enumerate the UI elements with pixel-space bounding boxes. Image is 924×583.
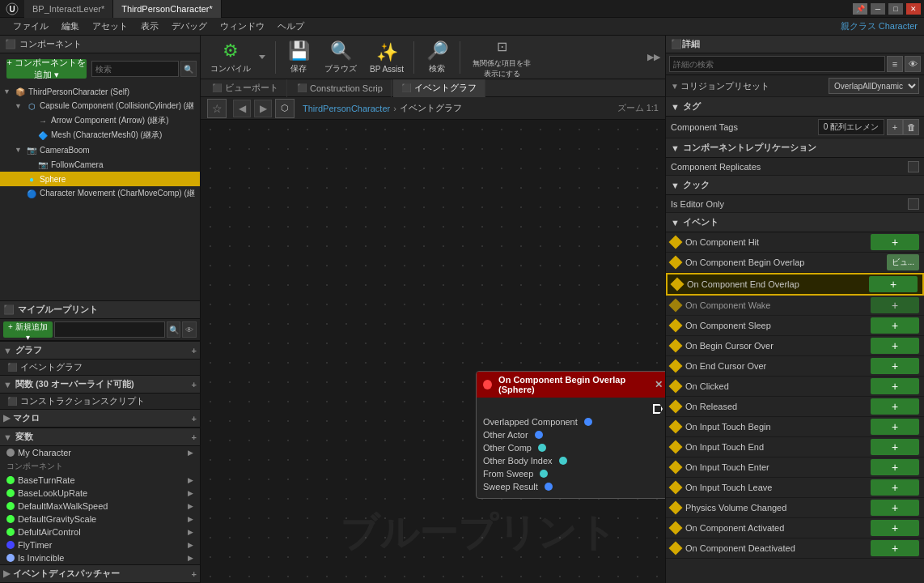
bpassist-button[interactable]: ✨ BP Assist [365, 40, 409, 75]
hide-button[interactable]: ⊡ 無関係な項目を非表示にする [465, 33, 538, 81]
replication-section-header[interactable]: ▼ コンポーネントレプリケーション [666, 138, 924, 158]
event-label-begin-overlap: On Component Begin Overlap [685, 257, 887, 267]
construction-label: コンストラクションスクリプト [20, 395, 145, 407]
tree-item-sphere[interactable]: ▶ ● Sphere [0, 172, 200, 186]
eventdispatchers-header[interactable]: ▶ イベントディスパッチャー + [0, 564, 200, 583]
mybp-search-button[interactable]: 🔍 [167, 321, 181, 338]
tags-del-btn[interactable]: 🗑 [903, 119, 919, 135]
var-defaultgravityscale[interactable]: DefaultGravityScale ▶ [0, 513, 200, 526]
tree-item-followcam[interactable]: ▶ 📷 FollowCamera [0, 157, 200, 172]
event-add-physics-volume-btn[interactable]: + [871, 500, 919, 516]
save-button[interactable]: 💾 保存 [281, 38, 316, 76]
breadcrumb-back-button[interactable]: ◀ [233, 100, 251, 117]
search-button[interactable]: 🔎 検索 [419, 38, 455, 76]
functions-add-icon[interactable]: + [192, 380, 197, 389]
graphs-add-icon[interactable]: + [192, 346, 197, 355]
event-add-end-cursor-btn[interactable]: + [871, 358, 919, 374]
graphs-header[interactable]: ▼ グラフ + [0, 341, 200, 360]
event-graph-item[interactable]: ⬛ イベントグラフ [0, 360, 200, 375]
menu-file[interactable]: ファイル [6, 18, 55, 36]
event-add-input-touch-begin-btn[interactable]: + [871, 419, 919, 435]
browse-button[interactable]: 🔍 ブラウズ [320, 38, 362, 76]
event-add-begin-cursor-btn[interactable]: + [871, 338, 919, 354]
tree-item-capsule[interactable]: ▼ ⬡ Capsule Component (CollisionCylinder… [0, 99, 200, 113]
menu-edit[interactable]: 編集 [55, 18, 86, 36]
bp-node-close-btn[interactable]: ✕ [655, 379, 663, 390]
tab-construction[interactable]: ⬛ Construction Scrip [289, 79, 392, 97]
maximize-btn[interactable]: □ [888, 3, 903, 15]
details-search-input[interactable] [669, 56, 885, 72]
mybp-header[interactable]: ⬛ マイブループリント [0, 300, 200, 319]
compile-button[interactable]: ⚙ コンパイル [206, 38, 256, 76]
close-btn[interactable]: ✕ [906, 3, 921, 15]
functions-header[interactable]: ▼ 関数 (30 オーバーライド可能) + [0, 375, 200, 394]
mybp-search-input[interactable] [54, 321, 165, 338]
tree-item-mesh[interactable]: ▶ 🔷 Mesh (CharacterMesh0) (継承) [0, 128, 200, 143]
menu-debug[interactable]: デバッグ [165, 18, 214, 36]
event-add-input-touch-end-btn[interactable]: + [871, 439, 919, 455]
event-view-begin-overlap-btn[interactable]: ビュ... [887, 254, 919, 270]
right-panel: ⬛ 詳細 ≡ 👁 ▼ コリジョンプリセット OverlapAllDynamic … [665, 36, 924, 583]
event-row-begin-cursor: On Begin Cursor Over + [666, 336, 924, 356]
var-defultaircontrol[interactable]: DefultAirControl ▶ [0, 526, 200, 538]
macros-header[interactable]: ▶ マクロ + [0, 409, 200, 428]
compile-dropdown[interactable] [259, 55, 270, 59]
tree-item-arrow[interactable]: ▶ → Arrow Component (Arrow) (継承) [0, 113, 200, 128]
tree-item-cameraboom[interactable]: ▼ 📷 CameraBoom [0, 143, 200, 157]
event-add-component-deactivated-btn[interactable]: + [871, 540, 919, 556]
tree-item-self[interactable]: ▼ 📦 ThirdPersonCharacter (Self) [0, 84, 200, 99]
var-defaultmaxwalkspeed[interactable]: DefaultMaxWalkSpeed ▶ [0, 500, 200, 513]
event-add-input-touch-enter-btn[interactable]: + [871, 459, 919, 475]
event-add-input-touch-leave-btn[interactable]: + [871, 479, 919, 496]
toolbar-more-button[interactable]: ▶▶ [647, 41, 660, 74]
details-eye-btn[interactable]: 👁 [905, 56, 921, 72]
menu-help[interactable]: ヘルプ [271, 18, 311, 36]
breadcrumb-character[interactable]: ThirdPersonCharacter [303, 104, 390, 113]
event-add-end-overlap-btn[interactable]: + [869, 276, 918, 292]
var-baseturnrate[interactable]: BaseTurnRate ▶ [0, 474, 200, 487]
cook-section-header[interactable]: ▼ クック [666, 176, 924, 195]
add-new-button[interactable]: + 新規追加 ▾ [3, 321, 53, 338]
add-component-button[interactable]: + コンポーネントを追加 ▾ [6, 59, 87, 79]
event-add-hit-btn[interactable]: + [871, 234, 919, 250]
editor-only-checkbox[interactable] [908, 198, 919, 210]
event-add-clicked-btn[interactable]: + [871, 378, 919, 394]
replication-checkbox[interactable] [908, 161, 919, 172]
mybp-eye-button[interactable]: 👁 [182, 321, 197, 338]
menu-asset[interactable]: アセット [86, 18, 134, 36]
component-search-button[interactable]: 🔍 [180, 61, 197, 77]
pin-icon[interactable]: 📌 [853, 3, 867, 15]
menu-window[interactable]: ウィンドウ [214, 18, 271, 36]
menu-view[interactable]: 表示 [134, 18, 165, 36]
minimize-btn[interactable]: ─ [871, 3, 885, 15]
variables-add-icon[interactable]: + [192, 432, 197, 442]
event-add-sleep-btn[interactable]: + [871, 317, 919, 334]
tab-event-graph[interactable]: ⬛ イベントグラフ [393, 79, 485, 97]
var-mycharacter[interactable]: My Character ▶ [0, 446, 200, 459]
construction-script-item[interactable]: ⬛ コンストラクションスクリプト [0, 394, 200, 409]
tags-add-btn[interactable]: + [887, 119, 903, 135]
parent-class-value[interactable]: Character [879, 21, 918, 31]
component-search-input[interactable] [91, 61, 180, 77]
var-isinvincible[interactable]: Is Invincible ▶ [0, 551, 200, 564]
var-flytimer[interactable]: FlyTimer ▶ [0, 538, 200, 551]
events-section-header[interactable]: ▼ イベント [666, 213, 924, 232]
details-grid-view-btn[interactable]: ≡ [887, 56, 903, 72]
tags-section-header[interactable]: ▼ タグ [666, 97, 924, 117]
tab-viewport[interactable]: ⬛ ビューポート [204, 79, 287, 97]
collision-collapse[interactable]: ▼ [671, 82, 679, 91]
bookmark-button[interactable]: ☆ [207, 99, 227, 118]
blueprint-canvas[interactable]: On Component Begin Overlap (Sphere) ✕ Ov… [201, 120, 665, 583]
event-add-component-activated-btn[interactable]: + [871, 520, 919, 536]
breadcrumb-forward-button[interactable]: ▶ [254, 100, 272, 117]
tree-item-charmovement[interactable]: ▶ 🔵 Character Movement (CharMoveComp) (継 [0, 186, 200, 201]
eventdispatchers-add-icon[interactable]: + [192, 569, 197, 579]
variables-header[interactable]: ▼ 変数 + [0, 428, 200, 446]
var-baselookuprate[interactable]: BaseLookUpRate ▶ [0, 487, 200, 500]
tab-bp-interact[interactable]: BP_InteractLever* [24, 0, 113, 18]
macros-add-icon[interactable]: + [192, 414, 197, 423]
tab-third-person[interactable]: ThirdPersonCharacter* [113, 0, 222, 18]
event-add-released-btn[interactable]: + [871, 398, 919, 415]
collision-preset-select[interactable]: OverlapAllDynamic [829, 78, 919, 94]
event-add-wake-btn[interactable]: + [871, 297, 919, 313]
